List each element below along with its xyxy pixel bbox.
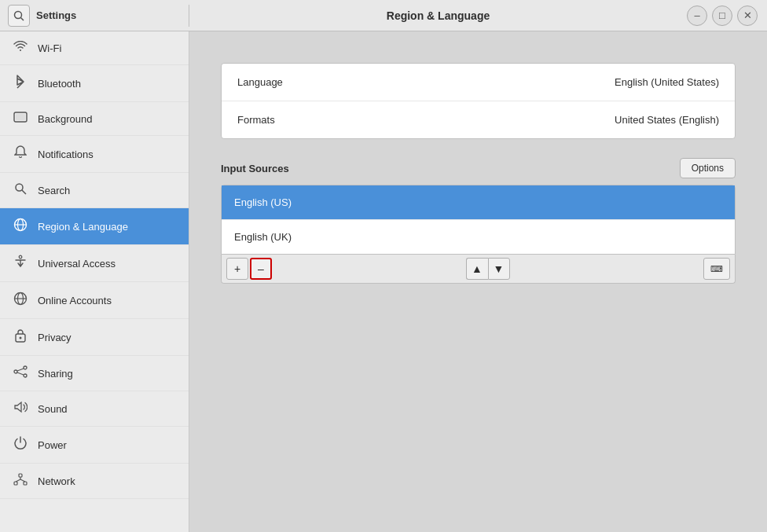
wifi-icon (13, 41, 28, 55)
sidebar-item-universal-access[interactable]: Universal Access (0, 245, 189, 282)
sidebar-item-wifi-label: Wi-Fi (38, 42, 61, 54)
svg-rect-20 (19, 474, 22, 477)
minimize-button[interactable]: – (687, 6, 707, 26)
source-item-english-us[interactable]: English (US) (222, 185, 735, 220)
svg-line-24 (16, 479, 20, 482)
down-icon: ▼ (494, 262, 505, 275)
language-value: English (United States) (615, 76, 719, 88)
sidebar-item-power[interactable]: Power (0, 427, 189, 464)
sidebar-item-power-label: Power (38, 439, 67, 451)
search-button[interactable] (8, 5, 30, 27)
remove-icon: – (258, 262, 264, 275)
sidebar-item-background[interactable]: Background (0, 102, 189, 136)
formats-value: United States (English) (615, 114, 719, 126)
sidebar-item-sharing[interactable]: Sharing (0, 356, 189, 391)
svg-rect-3 (16, 114, 25, 120)
source-item-english-uk[interactable]: English (UK) (222, 220, 735, 254)
svg-rect-22 (24, 482, 27, 485)
titlebar: Settings Region & Language – □ ✕ (0, 0, 767, 31)
svg-point-15 (14, 370, 17, 373)
svg-line-25 (20, 479, 25, 482)
sidebar-item-notifications-label: Notifications (38, 149, 94, 160)
source-item-english-us-label: English (US) (234, 196, 292, 208)
svg-point-17 (24, 374, 27, 377)
sidebar: Wi-Fi Bluetooth Background (0, 31, 189, 532)
privacy-icon (13, 328, 28, 346)
input-sources-list: English (US) English (UK) (221, 185, 736, 255)
main-layout: Wi-Fi Bluetooth Background (0, 31, 767, 532)
titlebar-left: Settings (0, 5, 189, 27)
formats-row: Formats United States (English) (222, 101, 735, 138)
maximize-button[interactable]: □ (712, 6, 732, 26)
move-up-button[interactable]: ▲ (466, 258, 488, 280)
sidebar-item-online-accounts[interactable]: Online Accounts (0, 282, 189, 319)
language-formats-card: Language English (United States) Formats… (221, 63, 736, 139)
move-down-button[interactable]: ▼ (488, 258, 510, 280)
svg-rect-21 (14, 482, 17, 485)
svg-point-14 (20, 337, 22, 339)
options-button[interactable]: Options (680, 158, 736, 178)
window-title: Region & Language (189, 9, 687, 22)
svg-point-4 (16, 184, 23, 191)
add-source-button[interactable]: + (226, 258, 248, 280)
sidebar-item-online-accounts-label: Online Accounts (38, 295, 112, 306)
input-sources-header: Input Sources Options (221, 158, 736, 178)
language-label: Language (237, 76, 283, 88)
up-icon: ▲ (472, 262, 483, 275)
svg-line-18 (17, 369, 24, 371)
sidebar-item-privacy-label: Privacy (38, 332, 72, 343)
sidebar-item-network[interactable]: Network (0, 464, 189, 499)
sidebar-item-region-language[interactable]: Region & Language (0, 208, 189, 245)
sidebar-item-bluetooth[interactable]: Bluetooth (0, 65, 189, 102)
sidebar-item-wifi[interactable]: Wi-Fi (0, 31, 189, 65)
notifications-icon (13, 145, 28, 163)
bluetooth-icon (13, 75, 28, 92)
sidebar-item-search[interactable]: Search (0, 173, 189, 208)
sound-icon (13, 401, 28, 416)
network-icon (13, 473, 28, 489)
background-icon (13, 112, 28, 126)
sidebar-item-search-label: Search (38, 185, 70, 196)
online-accounts-icon (13, 292, 28, 309)
window-controls: – □ ✕ (687, 6, 767, 26)
sharing-icon (13, 365, 28, 381)
sidebar-item-background-label: Background (38, 113, 92, 125)
universal-access-icon (13, 255, 28, 272)
formats-label: Formats (237, 114, 275, 126)
svg-line-19 (17, 372, 24, 375)
svg-point-0 (15, 11, 22, 18)
sidebar-item-bluetooth-label: Bluetooth (38, 78, 81, 90)
input-sources-toolbar: + – ▲ ▼ ⌨ (221, 255, 736, 284)
keyboard-preview-button[interactable]: ⌨ (703, 258, 730, 280)
svg-line-5 (22, 190, 26, 194)
window-title-text: Region & Language (387, 9, 490, 22)
close-button[interactable]: ✕ (737, 6, 758, 26)
reorder-buttons: ▲ ▼ (466, 258, 510, 280)
sidebar-item-sound-label: Sound (38, 403, 68, 415)
keyboard-icon: ⌨ (710, 264, 723, 274)
input-sources-title: Input Sources (221, 163, 289, 174)
sidebar-item-region-label: Region & Language (38, 221, 128, 233)
language-row: Language English (United States) (222, 64, 735, 101)
search-sidebar-icon (13, 182, 28, 198)
sidebar-item-sound[interactable]: Sound (0, 391, 189, 427)
svg-point-16 (24, 366, 27, 369)
source-item-english-uk-label: English (UK) (234, 231, 292, 243)
sidebar-item-notifications[interactable]: Notifications (0, 136, 189, 173)
sidebar-item-universal-access-label: Universal Access (38, 258, 116, 270)
sidebar-item-network-label: Network (38, 475, 75, 487)
settings-title: Settings (36, 9, 76, 21)
content-area: Language English (United States) Formats… (189, 31, 767, 532)
svg-point-9 (19, 255, 22, 259)
sidebar-item-sharing-label: Sharing (38, 368, 73, 380)
power-icon (13, 436, 28, 453)
remove-source-button[interactable]: – (250, 258, 272, 280)
add-icon: + (234, 262, 240, 275)
sidebar-item-privacy[interactable]: Privacy (0, 319, 189, 356)
region-icon (13, 218, 28, 235)
svg-line-1 (21, 17, 24, 20)
